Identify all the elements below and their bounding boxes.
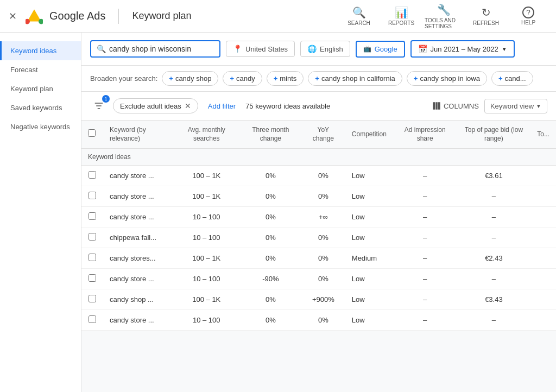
row-checkbox-3[interactable] bbox=[89, 233, 96, 241]
broaden-chip-3[interactable]: + candy shop in california bbox=[308, 71, 402, 86]
refresh-nav-label: REFRESH bbox=[473, 20, 499, 26]
network-icon: 📺 bbox=[363, 45, 371, 53]
help-nav-label: HELP bbox=[521, 20, 535, 26]
plus-icon-5: + bbox=[498, 74, 503, 83]
top-bid-high-cell-0 bbox=[530, 166, 556, 186]
nav-right: 🔍 SEARCH 📊 REPORTS 🔧 TOOLS AND SETTINGS … bbox=[340, 3, 547, 30]
network-filter[interactable]: 📺 Google bbox=[356, 41, 405, 58]
brand-name: Google Ads bbox=[49, 10, 105, 22]
search-row: 🔍 📍 United States 🌐 English 📺 Google 📅 J… bbox=[81, 33, 556, 66]
top-bid-high-cell-5 bbox=[530, 269, 556, 289]
row-checkbox-1[interactable] bbox=[89, 192, 96, 199]
keyword-cell-0: candy store ... bbox=[103, 166, 173, 186]
plus-icon-2: + bbox=[274, 74, 278, 83]
reports-nav-btn[interactable]: 📊 REPORTS bbox=[382, 3, 420, 30]
row-checkbox-cell-5 bbox=[81, 269, 103, 289]
language-filter[interactable]: 🌐 English bbox=[300, 41, 350, 57]
competition-header: Competition bbox=[345, 121, 393, 149]
broaden-chip-label-0: candy shop bbox=[175, 74, 212, 83]
keyword-view-label: Keyword view bbox=[490, 102, 534, 110]
broaden-chip-4[interactable]: + candy shop in iowa bbox=[407, 71, 487, 86]
search-nav-btn[interactable]: 🔍 SEARCH bbox=[340, 3, 378, 30]
plus-icon-4: + bbox=[414, 74, 418, 83]
exclude-adult-chip: Exclude adult ideas ✕ bbox=[113, 98, 198, 113]
sidebar-item-saved-keywords[interactable]: Saved keywords bbox=[0, 98, 81, 117]
sidebar-item-keyword-ideas[interactable]: Keyword ideas bbox=[0, 41, 81, 60]
columns-icon bbox=[432, 101, 441, 111]
network-label: Google bbox=[375, 45, 397, 53]
location-filter[interactable]: 📍 United States bbox=[226, 41, 295, 57]
help-nav-icon: ? bbox=[522, 7, 534, 18]
tools-nav-btn[interactable]: 🔧 TOOLS AND SETTINGS bbox=[425, 3, 463, 30]
broaden-chip-0[interactable]: + candy shop bbox=[162, 71, 218, 86]
broaden-chip-5[interactable]: + cand... bbox=[491, 71, 533, 86]
row-checkbox-5[interactable] bbox=[89, 274, 96, 282]
sidebar-label-keyword-plan: Keyword plan bbox=[10, 85, 53, 93]
select-all-checkbox[interactable] bbox=[88, 129, 96, 137]
top-bid-low-cell-6: €3.43 bbox=[457, 289, 531, 310]
nav-left: ✕ Google Ads Keyword plan bbox=[9, 8, 340, 25]
top-bid-high-cell-6 bbox=[530, 289, 556, 310]
avg-monthly-cell-3: 10 – 100 bbox=[173, 227, 240, 248]
avg-monthly-cell-4: 100 – 1K bbox=[173, 248, 240, 269]
table-row: candy store ... 100 – 1K 0% 0% Low – €3.… bbox=[81, 166, 556, 186]
main-content: 🔍 📍 United States 🌐 English 📺 Google 📅 J… bbox=[81, 33, 556, 392]
exclude-chip-close[interactable]: ✕ bbox=[185, 102, 191, 110]
top-bid-high-cell-3 bbox=[530, 227, 556, 248]
competition-cell-0: Low bbox=[345, 166, 393, 186]
keyword-view-chevron: ▼ bbox=[536, 103, 541, 109]
yoy-cell-4: 0% bbox=[301, 248, 345, 269]
keyword-view-button[interactable]: Keyword view ▼ bbox=[484, 99, 547, 113]
keyword-cell-5: candy store ... bbox=[103, 269, 173, 289]
plus-icon-3: + bbox=[315, 74, 319, 83]
yoy-cell-7: 0% bbox=[301, 310, 345, 331]
row-checkbox-cell-6 bbox=[81, 289, 103, 310]
top-bid-low-cell-1: – bbox=[457, 186, 531, 207]
filter-icon-button[interactable]: 1 bbox=[90, 97, 108, 115]
row-checkbox-cell-2 bbox=[81, 207, 103, 227]
help-nav-btn[interactable]: ? HELP bbox=[509, 3, 547, 30]
row-checkbox-0[interactable] bbox=[89, 171, 96, 179]
competition-cell-2: Low bbox=[345, 207, 393, 227]
refresh-nav-btn[interactable]: ↻ REFRESH bbox=[467, 3, 505, 30]
top-bid-low-cell-0: €3.61 bbox=[457, 166, 531, 186]
top-bid-high-header: To... bbox=[530, 121, 556, 149]
search-box[interactable]: 🔍 bbox=[90, 40, 220, 58]
broaden-chip-2[interactable]: + mints bbox=[267, 71, 304, 86]
filter-icon bbox=[93, 100, 104, 111]
row-checkbox-cell-1 bbox=[81, 186, 103, 207]
reports-nav-label: REPORTS bbox=[388, 20, 414, 26]
top-bid-low-cell-5: – bbox=[457, 269, 531, 289]
avg-monthly-cell-0: 100 – 1K bbox=[173, 166, 240, 186]
date-range-filter[interactable]: 📅 Jun 2021 – May 2022 ▼ bbox=[410, 40, 515, 58]
columns-button[interactable]: COLUMNS bbox=[432, 101, 479, 111]
row-checkbox-cell-3 bbox=[81, 227, 103, 248]
exclude-chip-label: Exclude adult ideas bbox=[120, 102, 181, 110]
row-checkbox-6[interactable] bbox=[89, 295, 96, 302]
sidebar-item-negative-keywords[interactable]: Negative keywords bbox=[0, 117, 81, 136]
date-range-label: Jun 2021 – May 2022 bbox=[431, 45, 498, 53]
search-input[interactable] bbox=[109, 45, 207, 53]
row-checkbox-7[interactable] bbox=[89, 315, 96, 323]
sidebar-item-keyword-plan[interactable]: Keyword plan bbox=[0, 79, 81, 98]
top-bid-high-cell-7 bbox=[530, 310, 556, 331]
broaden-chip-label-1: candy bbox=[236, 74, 255, 83]
location-label: United States bbox=[245, 45, 288, 53]
row-checkbox-4[interactable] bbox=[89, 254, 96, 261]
table-row: candy store ... 100 – 1K 0% 0% Low – – bbox=[81, 186, 556, 207]
competition-cell-7: Low bbox=[345, 310, 393, 331]
sidebar-item-forecast[interactable]: Forecast bbox=[0, 60, 81, 79]
avg-monthly-cell-7: 10 – 100 bbox=[173, 310, 240, 331]
close-button[interactable]: ✕ bbox=[9, 10, 17, 22]
ad-share-cell-7: – bbox=[393, 310, 457, 331]
avg-monthly-cell-2: 10 – 100 bbox=[173, 207, 240, 227]
table-row: chippewa fall... 10 – 100 0% 0% Low – – bbox=[81, 227, 556, 248]
row-checkbox-2[interactable] bbox=[89, 212, 96, 220]
calendar-icon: 📅 bbox=[418, 45, 427, 53]
top-bid-high-cell-2 bbox=[530, 207, 556, 227]
toolbar-right: COLUMNS Keyword view ▼ bbox=[432, 99, 547, 113]
ad-share-cell-4: – bbox=[393, 248, 457, 269]
broaden-chip-label-2: mints bbox=[280, 74, 296, 83]
broaden-chip-1[interactable]: + candy bbox=[223, 71, 262, 86]
add-filter-button[interactable]: Add filter bbox=[204, 99, 240, 113]
